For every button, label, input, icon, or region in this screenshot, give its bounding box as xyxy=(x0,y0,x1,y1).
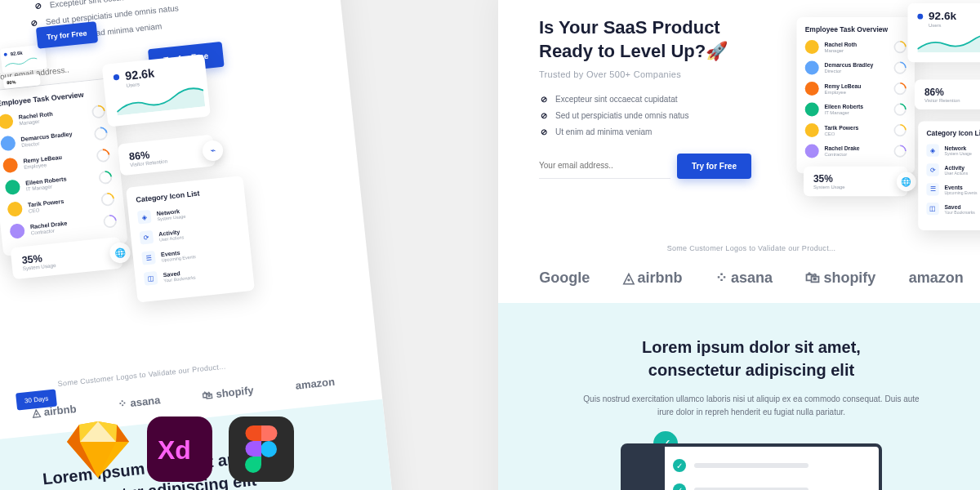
card-title: Employee Task Overview xyxy=(805,25,906,33)
progress-ring-icon xyxy=(99,190,118,209)
employee-row: Rachel DrakeContractor xyxy=(805,145,906,158)
stat-value: 86% xyxy=(7,78,37,86)
avatar xyxy=(9,223,25,239)
cat-name: Network xyxy=(945,145,972,152)
employee-row: Rachel DrakeContractor xyxy=(9,213,118,239)
category-item: ☰EventsUpcoming Events xyxy=(926,183,980,195)
saved-icon: ◫ xyxy=(144,271,158,286)
avatar xyxy=(805,123,819,137)
logos-section: Some Customer Logos to Validate our Prod… xyxy=(498,228,980,303)
check-icon: ✓ xyxy=(673,459,686,472)
amazon-logo: amazon xyxy=(295,376,336,392)
adobe-xd-icon: Xd xyxy=(147,416,212,482)
card-title: Category Icon List xyxy=(136,185,236,204)
check-icon: ⊘ xyxy=(539,110,549,120)
category-item: ◈NetworkSystem Usage xyxy=(926,145,980,157)
avatar xyxy=(0,114,14,130)
progress-ring-icon xyxy=(96,168,115,187)
employee-overview-card: Employee Task Overview Rachel RothManage… xyxy=(797,17,915,173)
check-text: Ut enim ad minima veniam xyxy=(555,127,652,136)
asana-logo: ⁘ asana xyxy=(118,394,161,411)
shopify-logo: 🛍 shopify xyxy=(202,385,254,403)
employee-row: Eileen RobertsIT Manager xyxy=(805,103,906,117)
events-icon: ☰ xyxy=(141,251,156,265)
section-2: Lorem ipsum dolor sit amet, consectetur … xyxy=(498,303,980,490)
progress-ring-icon xyxy=(100,212,119,231)
check-text: Excepteur sint occaecat cupidatat xyxy=(555,95,678,104)
stat-label: Users xyxy=(929,23,980,28)
email-input[interactable] xyxy=(539,153,670,179)
section-2-body: Quis nostrud exercitation ullamco labori… xyxy=(580,393,923,419)
sparkline-chart xyxy=(4,56,38,68)
globe-icon: 🌐 xyxy=(897,172,916,191)
laptop-checklist: ✓ ✓ ✓ ✓ xyxy=(673,459,808,490)
emp-role: Contractor xyxy=(825,152,889,157)
check-text: Sed ut perspiciatis unde omnis natus xyxy=(555,111,688,120)
emp-role: IT Manager xyxy=(825,110,889,115)
stat-value: 86% xyxy=(924,87,944,98)
pulse-icon: ⌁ xyxy=(202,139,225,162)
employee-row: Tarik PowersCEO xyxy=(805,123,906,137)
progress-ring-icon xyxy=(89,102,108,121)
retention-stat-card: 86% Visitor Retention ⌁ xyxy=(915,80,980,110)
category-item: ⟳ActivityUser Actions xyxy=(926,163,980,176)
users-stat-card: 92.6k Users xyxy=(908,3,981,62)
stat-value: 92.6k xyxy=(10,50,23,57)
cta-button[interactable]: Try for Free xyxy=(677,154,751,179)
emp-role: Employee xyxy=(825,89,889,94)
emp-name: Remy LeBeau xyxy=(825,83,889,90)
edge-cards-partial: 92.6k 86% xyxy=(0,44,47,78)
progress-ring-icon xyxy=(891,80,909,98)
progress-ring-icon xyxy=(891,142,909,160)
category-list-card: Category Icon List ◈NetworkSystem Usage … xyxy=(918,122,980,230)
category-item: ⟳ActivityUser Actions xyxy=(140,221,240,245)
employee-row: Tarik PowersCEO xyxy=(7,191,115,217)
emp-name: Eileen Roberts xyxy=(825,104,889,110)
sparkline-chart xyxy=(917,32,980,53)
stat-dot-icon xyxy=(4,53,7,56)
section-2-title: Lorem ipsum dolor sit amet, consectetur … xyxy=(539,336,964,381)
figma-icon xyxy=(229,416,294,482)
avatar xyxy=(5,179,21,195)
sparkline-chart xyxy=(115,84,205,115)
category-item: ◫SavedYour Bookmarks xyxy=(144,262,244,286)
cards-cluster: Employee Task Overview Rachel RothManage… xyxy=(797,11,981,219)
stat-label: Visitor Retention xyxy=(924,98,980,103)
emp-role: Director xyxy=(825,69,889,74)
hero-section-left: x Trusted by Over 500+ Companies ⊘Except… xyxy=(0,0,348,120)
emp-name: Rachel Drake xyxy=(825,145,889,152)
activity-icon: ⟳ xyxy=(140,230,154,245)
check-icon: ⊘ xyxy=(539,94,549,104)
laptop-sidebar xyxy=(624,447,665,490)
category-item: ☰EventsUpcoming Events xyxy=(141,242,242,265)
saved-icon: ◫ xyxy=(926,203,938,215)
cat-sub: User Actions xyxy=(945,171,969,175)
cat-sub: System Usage xyxy=(945,151,972,155)
check-icon: ⊘ xyxy=(33,1,43,11)
card-title: Category Icon List xyxy=(926,130,980,137)
laptop-illustration: ✓ ✓ ✓ ✓ xyxy=(621,443,882,490)
progress-ring-icon xyxy=(891,122,909,140)
avatar xyxy=(0,136,16,152)
avatar xyxy=(7,201,23,217)
cards-cluster-left: Employee Task Overview Rachel RothManage… xyxy=(0,58,259,318)
google-logo: Google xyxy=(539,270,590,287)
avatar xyxy=(2,158,19,174)
logos-row: Google ◬ airbnb ⁘ asana 🛍 shopify amazon xyxy=(531,269,972,287)
avatar xyxy=(805,145,819,158)
cat-name: Events xyxy=(945,184,978,190)
cat-sub: Upcoming Events xyxy=(945,190,978,194)
avatar xyxy=(805,61,819,75)
stat-label: System Usage xyxy=(813,185,898,189)
employee-row: Remy LeBeauEmployee xyxy=(2,148,111,174)
network-icon: ◈ xyxy=(137,210,152,225)
design-tool-icons: Xd xyxy=(65,416,294,482)
email-signup-row: Try for Free xyxy=(539,153,751,179)
hero-section: Is Your SaaS Product Ready to Level Up?🚀… xyxy=(498,0,980,195)
cat-sub: Your Bookmarks xyxy=(945,210,975,214)
network-icon: ◈ xyxy=(926,145,938,157)
stat-dot-icon xyxy=(917,14,923,20)
events-icon: ☰ xyxy=(926,183,938,195)
mockup-desktop-right: Is Your SaaS Product Ready to Level Up?🚀… xyxy=(498,0,980,490)
employee-row: Rachel RothManager xyxy=(805,40,906,54)
